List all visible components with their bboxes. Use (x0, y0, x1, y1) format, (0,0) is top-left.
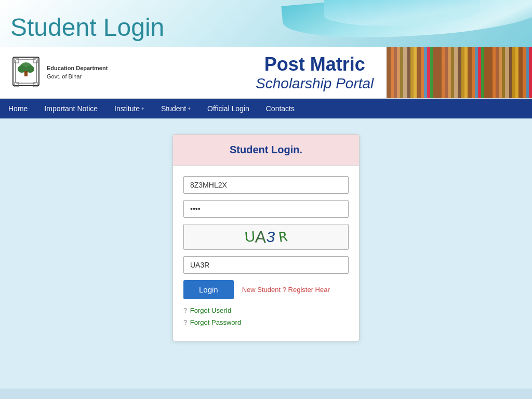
nav-student[interactable]: Student + (153, 99, 199, 118)
main-nav: Home Important Notice Institute + Studen… (0, 99, 532, 118)
forgot-userid-prefix: ? (183, 307, 187, 314)
forgot-password-label: Forgot Password (190, 318, 241, 326)
password-group (183, 200, 349, 218)
footer-area (0, 389, 532, 399)
svg-rect-6 (15, 59, 19, 63)
nav-official-login[interactable]: Official Login (199, 99, 258, 118)
forgot-userid-container: ? Forgot UserId (183, 307, 349, 314)
nav-institute[interactable]: Institute + (106, 99, 153, 118)
education-dept-logo (10, 55, 42, 91)
forgot-password-link[interactable]: ? Forgot Password (183, 318, 349, 326)
logo-banner: Education Department Govt. of Bihar Post… (0, 47, 532, 99)
captcha-char-u: U (244, 228, 256, 246)
captcha-char-a: A (255, 227, 267, 247)
captcha-input[interactable] (183, 256, 349, 274)
student-arrow: + (188, 106, 191, 112)
captcha-char-r: R (278, 229, 288, 245)
portal-title: Post Matric Scholarship Portal (108, 54, 522, 92)
password-input[interactable] (183, 200, 349, 218)
login-card-body: U A 3 R Login New Student ? Register Hea… (173, 166, 359, 341)
logo-text: Education Department Govt. of Bihar (47, 64, 108, 81)
captcha-input-group (183, 256, 349, 274)
forgot-userid-label: Forgot UserId (190, 307, 231, 314)
captcha-image-group: U A 3 R (183, 224, 349, 250)
login-form-title: Student Login. (230, 144, 302, 155)
captcha-char-3: 3 (267, 228, 275, 246)
nav-important-notice[interactable]: Important Notice (36, 99, 106, 118)
btn-row: Login New Student ? Register Hear (183, 280, 349, 299)
login-card: Student Login. U A 3 R (172, 134, 360, 341)
login-button[interactable]: Login (183, 280, 234, 299)
userid-group (183, 176, 349, 194)
main-content: Student Login. U A 3 R (0, 118, 532, 389)
svg-rect-7 (33, 59, 37, 63)
page-title: Student Login (0, 5, 532, 47)
register-link[interactable]: New Student ? Register Hear (242, 286, 330, 294)
nav-home[interactable]: Home (0, 99, 36, 118)
institute-arrow: + (141, 106, 144, 112)
forgot-password-prefix: ? (183, 318, 187, 326)
logo-area: Education Department Govt. of Bihar (10, 55, 108, 91)
userid-input[interactable] (183, 176, 349, 194)
captcha-display: U A 3 R (183, 224, 349, 250)
svg-rect-5 (24, 71, 28, 76)
nav-contacts[interactable]: Contacts (258, 99, 303, 118)
forgot-password-container: ? Forgot Password (183, 318, 349, 326)
forgot-userid-link[interactable]: ? Forgot UserId (183, 307, 349, 314)
login-card-header: Student Login. (173, 135, 359, 166)
